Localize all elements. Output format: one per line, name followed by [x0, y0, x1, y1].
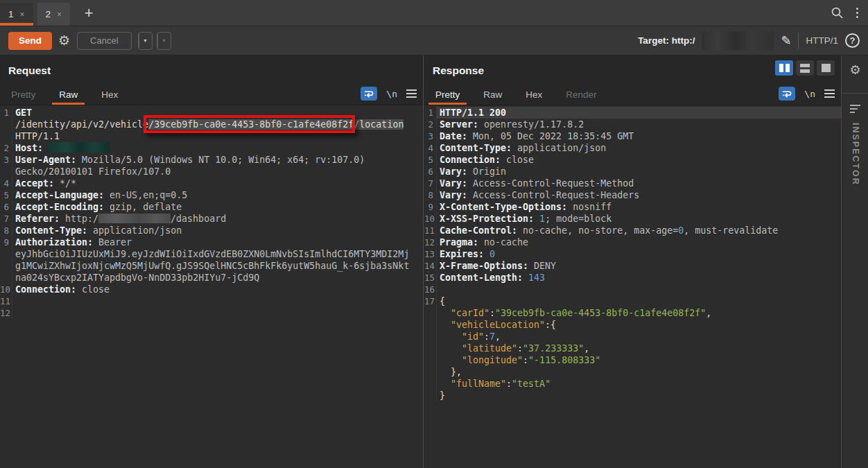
- code-line[interactable]: "longitude":"-115.808333": [424, 354, 841, 366]
- edit-target-pencil-icon[interactable]: ✎: [781, 35, 791, 47]
- tab-raw[interactable]: Raw: [52, 85, 85, 105]
- code-line[interactable]: g1MCwiZXhwIjoxNjcwMzQ5MjUwfQ.gJS9SQelHNC…: [0, 260, 423, 272]
- code-line[interactable]: }: [424, 390, 841, 401]
- code-line[interactable]: /identity/api/v2/vehicle/39ceb9fb-ca0e-4…: [0, 119, 423, 130]
- tab-pretty[interactable]: Pretty: [428, 85, 467, 105]
- new-tab-button[interactable]: +: [77, 0, 101, 26]
- code-line[interactable]: },: [424, 366, 841, 378]
- code-line[interactable]: 2Host:: [0, 142, 423, 154]
- repeater-tab-1[interactable]: 1 ×: [0, 3, 33, 26]
- more-options-icon[interactable]: [855, 6, 860, 19]
- code-line[interactable]: 9X-Content-Type-Options: nosniff: [424, 201, 841, 213]
- search-icon[interactable]: [831, 6, 844, 19]
- code-line[interactable]: 2Server: openresty/1.17.8.2: [424, 119, 841, 130]
- code-line[interactable]: 8Vary: Access-Control-Request-Headers: [424, 189, 841, 201]
- layout-rows-button[interactable]: [796, 60, 814, 76]
- code-line[interactable]: 11: [0, 295, 423, 307]
- code-segment: en-US,en;q=0.5: [104, 190, 187, 200]
- forward-dropdown-caret[interactable]: ▼: [157, 33, 171, 49]
- close-icon[interactable]: ×: [57, 10, 62, 19]
- gear-icon[interactable]: ⚙: [58, 34, 70, 47]
- code-line[interactable]: 12: [0, 307, 423, 319]
- show-newlines-toggle[interactable]: \n: [804, 89, 815, 99]
- code-line[interactable]: "carId":"39ceb9fb-ca0e-4453-8bf0-c1afe4e…: [424, 307, 841, 319]
- code-line[interactable]: 15Content-Length: 143: [424, 272, 841, 284]
- code-segment: Server:: [440, 119, 478, 130]
- editor-menu-icon[interactable]: [824, 89, 835, 98]
- code-segment: ,: [584, 343, 589, 354]
- code-line[interactable]: na024sYBcxp2IATYapdbgVo-NnDD33pb2HIYu7-j…: [0, 272, 423, 284]
- code-line[interactable]: 7Vary: Access-Control-Request-Method: [424, 177, 841, 189]
- code-line[interactable]: 5Accept-Language: en-US,en;q=0.5: [0, 189, 423, 201]
- code-segment: openresty/1.17.8.2: [478, 119, 584, 130]
- send-button[interactable]: Send: [8, 32, 52, 50]
- code-line[interactable]: HTTP/1.1: [0, 130, 423, 142]
- code-line[interactable]: 10X-XSS-Protection: 1; mode=block: [424, 213, 841, 225]
- close-icon[interactable]: ×: [20, 10, 25, 19]
- cancel-button[interactable]: Cancel: [77, 32, 131, 50]
- layout-single-button[interactable]: [817, 60, 835, 76]
- code-line[interactable]: 3User-Agent: Mozilla/5.0 (Windows NT 10.…: [0, 154, 423, 166]
- code-line[interactable]: 12Pragma: no-cache: [424, 236, 841, 248]
- help-icon[interactable]: ?: [845, 33, 860, 48]
- code-line[interactable]: 9Authorization: Bearer: [0, 236, 423, 248]
- inspector-tab[interactable]: INSPECTOR: [851, 123, 860, 186]
- code-line[interactable]: "vehicleLocation":{: [424, 319, 841, 331]
- code-line[interactable]: "id":7,: [424, 331, 841, 343]
- tab-render[interactable]: Render: [559, 85, 603, 105]
- code-segment: "latitude": [462, 343, 517, 354]
- code-line[interactable]: 10Connection: close: [0, 284, 423, 295]
- code-line[interactable]: eyJhbGciOiJIUzUxMiJ9.eyJzdWIiOiIxdGVzdEB…: [0, 248, 423, 260]
- repeater-main-area: Request Pretty Raw Hex \n: [0, 55, 868, 468]
- line-number: [424, 390, 437, 401]
- code-line[interactable]: 8Content-Type: application/json: [0, 225, 423, 236]
- history-forward-split-button: > ▼: [157, 32, 171, 50]
- tab-hex[interactable]: Hex: [94, 85, 125, 105]
- code-line[interactable]: 1GET: [0, 107, 423, 119]
- word-wrap-toggle[interactable]: [779, 87, 795, 101]
- code-segment: Origin: [467, 166, 506, 177]
- code-line[interactable]: 1HTTP/1.1 200: [424, 107, 841, 119]
- line-number: 5: [424, 154, 437, 166]
- line-number: 3: [0, 154, 12, 166]
- code-segment: "37.233333": [523, 343, 584, 354]
- code-line[interactable]: 4Accept: */*: [0, 177, 423, 189]
- word-wrap-toggle[interactable]: [361, 87, 377, 101]
- code-line[interactable]: 3Date: Mon, 05 Dec 2022 18:35:45 GMT: [424, 130, 841, 142]
- code-line[interactable]: 6Vary: Origin: [424, 166, 841, 177]
- editor-menu-icon[interactable]: [406, 89, 417, 98]
- target-host-redacted: [702, 31, 774, 50]
- code-segment: Cache-Control:: [440, 225, 517, 236]
- line-number: 16: [424, 284, 437, 295]
- code-line[interactable]: 4Content-Type: application/json: [424, 142, 841, 154]
- code-line[interactable]: 6Accept-Encoding: gzip, deflate: [0, 201, 423, 213]
- code-line[interactable]: Gecko/20100101 Firefox/107.0: [0, 166, 423, 177]
- code-segment: Accept:: [15, 178, 54, 189]
- tab-raw[interactable]: Raw: [476, 85, 509, 105]
- code-line[interactable]: 16: [424, 284, 841, 295]
- back-dropdown-caret[interactable]: ▼: [139, 33, 152, 49]
- code-line[interactable]: 7Referer: http://dashboard: [0, 213, 423, 225]
- request-editor[interactable]: 1GET/identity/api/v2/vehicle/39ceb9fb-ca…: [0, 105, 423, 468]
- settings-gear-icon[interactable]: ⚙: [849, 62, 860, 78]
- collapse-panel-icon[interactable]: [850, 105, 860, 113]
- code-line[interactable]: 13Expires: 0: [424, 248, 841, 260]
- tab-hex[interactable]: Hex: [519, 85, 549, 105]
- code-line[interactable]: 17{: [424, 295, 841, 307]
- code-line[interactable]: 14X-Frame-Options: DENY: [424, 260, 841, 272]
- code-line[interactable]: 5Connection: close: [424, 154, 841, 166]
- code-line[interactable]: "fullName":"testA": [424, 378, 841, 390]
- show-newlines-toggle[interactable]: \n: [386, 89, 397, 99]
- layout-columns-button[interactable]: [775, 60, 793, 76]
- code-line[interactable]: 11Cache-Control: no-cache, no-store, max…: [424, 225, 841, 236]
- code-segment: Access-Control-Request-Headers: [467, 190, 639, 200]
- code-line[interactable]: "latitude":"37.233333",: [424, 343, 841, 354]
- code-segment: gzip, deflate: [104, 202, 182, 212]
- code-segment: 0: [489, 249, 495, 259]
- line-number: 14: [424, 260, 437, 272]
- line-number: 6: [424, 166, 437, 177]
- line-number: 12: [0, 307, 12, 319]
- repeater-tab-2[interactable]: 2 ×: [37, 3, 71, 26]
- tab-pretty[interactable]: Pretty: [4, 85, 42, 105]
- response-editor[interactable]: 1HTTP/1.1 2002Server: openresty/1.17.8.2…: [424, 105, 841, 468]
